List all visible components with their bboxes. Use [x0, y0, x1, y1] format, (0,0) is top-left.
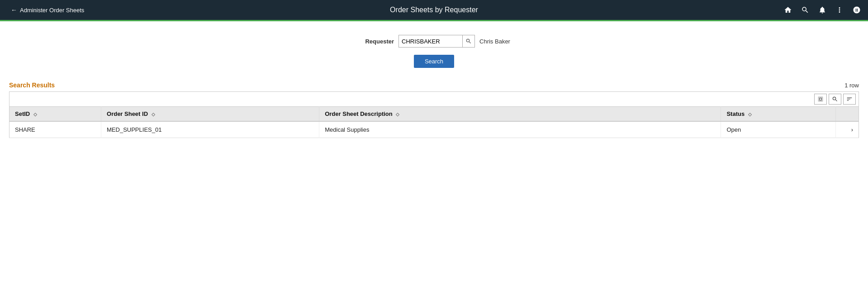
results-header: Search Results 1 row	[9, 81, 859, 89]
back-arrow-icon: ←	[11, 6, 17, 14]
table-search-icon	[832, 96, 838, 102]
main-content: Requester Chris Baker Search Search Resu…	[0, 21, 868, 147]
col-header-desc[interactable]: Order Sheet Description ◇	[319, 107, 721, 122]
notifications-icon-button[interactable]	[818, 6, 826, 14]
results-table: SetID ◇ Order Sheet ID ◇ Order Sheet Des…	[9, 106, 859, 138]
col-header-orderid[interactable]: Order Sheet ID ◇	[101, 107, 319, 122]
results-section: Search Results 1 row	[9, 81, 859, 138]
more-vert-icon	[835, 6, 844, 14]
top-bar-left: ← Administer Order Sheets	[7, 5, 88, 15]
select-all-toolbar-button[interactable]	[814, 94, 827, 105]
sort-icon-status: ◇	[748, 112, 752, 117]
cell-setid: SHARE	[9, 121, 101, 138]
bell-icon	[818, 6, 826, 14]
col-header-nav	[836, 107, 859, 122]
requester-search-icon-button[interactable]	[462, 35, 474, 47]
col-header-setid[interactable]: SetID ◇	[9, 107, 101, 122]
cell-desc: Medical Supplies	[319, 121, 721, 138]
table-header-row: SetID ◇ Order Sheet ID ◇ Order Sheet Des…	[9, 107, 859, 122]
table-row[interactable]: SHARE MED_SUPPLIES_01 Medical Supplies O…	[9, 121, 859, 138]
requester-input[interactable]	[399, 35, 462, 47]
top-navigation-bar: ← Administer Order Sheets Order Sheets b…	[0, 0, 868, 20]
search-toolbar-button[interactable]	[829, 94, 841, 105]
sort-icon-desc: ◇	[396, 112, 399, 117]
col-header-status[interactable]: Status ◇	[721, 107, 836, 122]
search-button[interactable]: Search	[414, 55, 454, 68]
sort-icon-orderid: ◇	[152, 112, 155, 117]
sort-toolbar-button[interactable]	[843, 94, 856, 105]
top-bar-right-icons	[784, 6, 861, 14]
search-icon	[801, 6, 809, 14]
results-count: 1 row	[844, 82, 859, 89]
block-icon	[853, 6, 861, 14]
search-form: Requester Chris Baker Search	[9, 35, 859, 68]
search-icon-button[interactable]	[801, 6, 809, 14]
requester-form-row: Requester Chris Baker	[358, 35, 510, 48]
lookup-icon	[465, 38, 472, 44]
home-icon-button[interactable]	[784, 6, 792, 14]
sort-icon-setid: ◇	[33, 112, 37, 117]
requester-input-wrapper	[398, 35, 475, 48]
block-icon-button[interactable]	[853, 6, 861, 14]
select-all-icon	[817, 96, 824, 102]
requester-label: Requester	[358, 38, 394, 45]
page-title: Order Sheets by Requester	[390, 6, 478, 14]
table-toolbar	[9, 91, 859, 106]
more-menu-button[interactable]	[835, 6, 844, 14]
back-button[interactable]: ← Administer Order Sheets	[7, 5, 88, 15]
home-icon	[784, 6, 792, 14]
requester-display-name: Chris Baker	[479, 38, 510, 45]
row-navigate-arrow[interactable]: ›	[836, 121, 859, 138]
cell-orderid: MED_SUPPLIES_01	[101, 121, 319, 138]
results-title: Search Results	[9, 81, 55, 89]
cell-status: Open	[721, 121, 836, 138]
sort-icon	[846, 96, 853, 102]
back-button-label: Administer Order Sheets	[20, 7, 84, 14]
